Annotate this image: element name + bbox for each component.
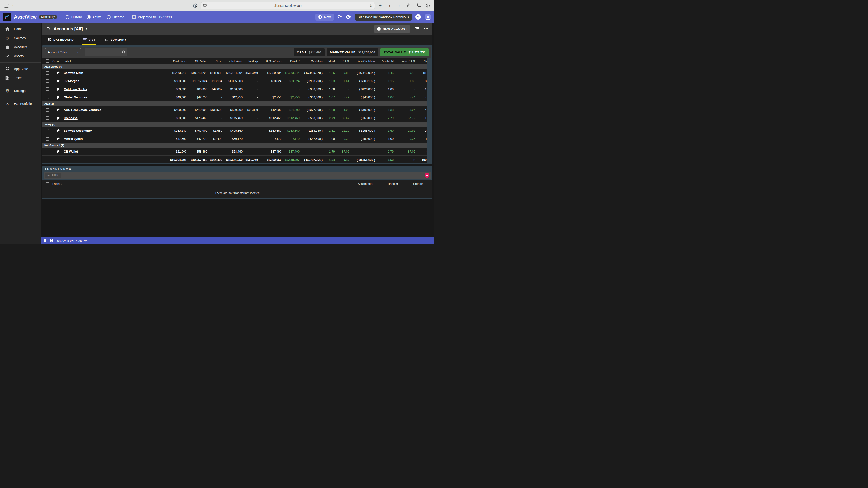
row-checkbox[interactable]	[46, 96, 49, 99]
add-transform-button[interactable]: +	[425, 173, 430, 178]
transforms-column-creator[interactable]: Creator	[398, 182, 423, 186]
column-header-label[interactable]: Label	[64, 60, 162, 63]
transforms-toolbar: ▶ RUN +	[43, 172, 431, 179]
account-name-link[interactable]: Merrill Lynch	[64, 137, 162, 140]
sidebar-item-exit-portfolio[interactable]: × Exit Portfolio	[0, 99, 41, 108]
column-header-cash[interactable]: Cash	[208, 60, 223, 63]
transforms-label-column[interactable]: Label	[53, 182, 60, 186]
account-row[interactable]: Global Ventures$40,000$42,750-$42,750-$2…	[42, 93, 428, 101]
account-name-link[interactable]: Schwab Secondary	[64, 129, 162, 132]
brand-name[interactable]: AssetView	[14, 14, 37, 20]
column-header-cost-basis[interactable]: Cost Basis	[162, 60, 187, 63]
reload-icon[interactable]: ↻	[369, 4, 372, 8]
account-row[interactable]: CB Wallet$21,000$58,490-$58,490-$37,490$…	[42, 148, 428, 156]
group-header-row[interactable]: Alex, Avery (4)	[42, 64, 428, 69]
avatar[interactable]	[425, 13, 431, 20]
column-header-acc-mom[interactable]: Acc MoM	[376, 60, 395, 63]
portfolio-selector[interactable]: SB : Baseline Sandbox Portfolio ▾	[355, 13, 412, 21]
sidebar-item-home[interactable]: Home	[0, 24, 41, 33]
sidebar-item-sources[interactable]: ⟳ Sources	[0, 33, 41, 42]
back-icon[interactable]: ‹	[386, 3, 393, 8]
mode-radio-history[interactable]: History	[66, 15, 82, 19]
column-header-inc-exp[interactable]: Inc/Exp	[243, 60, 259, 63]
row-checkbox[interactable]	[46, 116, 49, 120]
column-header-mom[interactable]: MoM	[323, 60, 336, 63]
new-tab-icon[interactable]: +	[377, 3, 383, 8]
row-checkbox[interactable]	[46, 88, 49, 91]
new-account-button[interactable]: + NEW ACCOUNT	[374, 25, 410, 33]
account-name-link[interactable]: Global Ventures	[64, 96, 162, 99]
sidebar-item-app-store[interactable]: App Store	[0, 64, 41, 73]
projected-checkbox[interactable]	[132, 15, 136, 19]
more-options-icon[interactable]: •••	[424, 27, 429, 31]
address-bar[interactable]: client.assetview.com ↻	[201, 2, 375, 9]
row-checkbox[interactable]	[46, 150, 49, 153]
market-value-chip: MARKET VALUE$12,257,058	[327, 48, 378, 57]
sidebar-item-assets[interactable]: Assets	[0, 52, 41, 61]
page-title-caret-icon[interactable]: ▾	[86, 27, 87, 30]
transforms-column-assignment[interactable]: Assignment	[342, 182, 373, 186]
row-checkbox[interactable]	[46, 108, 49, 111]
url-text[interactable]: client.assetview.com	[209, 4, 368, 7]
column-header--[interactable]: %	[416, 60, 428, 63]
account-name-link[interactable]: CB Wallet	[64, 150, 162, 153]
save-icon[interactable]	[50, 239, 54, 242]
help-icon[interactable]: ?	[415, 14, 421, 20]
account-row[interactable]: Schwab Secondary$253,340$407,000$1,660$4…	[42, 127, 428, 135]
tab-dashboard[interactable]: DASHBOARD	[47, 35, 74, 45]
tab-overview-icon[interactable]	[415, 3, 421, 8]
refresh-icon[interactable]: ⟳	[338, 14, 342, 20]
account-name-link[interactable]: Schwab Main	[64, 71, 162, 74]
info-icon[interactable]	[425, 3, 431, 8]
page-title[interactable]: Accounts [All]	[54, 26, 83, 31]
search-input[interactable]	[85, 48, 127, 57]
filter-icon[interactable]	[415, 27, 419, 31]
new-button[interactable]: + New	[315, 13, 334, 21]
tab-list[interactable]: LIST	[82, 35, 96, 45]
account-row[interactable]: JP Morgan$983,200$1,017,024$18,184$1,035…	[42, 77, 428, 85]
privacy-shield-icon[interactable]	[192, 3, 198, 8]
projected-date[interactable]: 12/31/30	[158, 15, 172, 19]
row-checkbox[interactable]	[46, 71, 49, 74]
column-header-profit-p[interactable]: Profit P	[282, 60, 301, 63]
column-header-tot-value[interactable]: ↓ Tot Value	[223, 60, 243, 63]
group-header-row[interactable]: Avery (2)	[42, 122, 428, 127]
sidebar-item-accounts[interactable]: Accounts	[0, 42, 41, 52]
mode-radio-active[interactable]: Active	[87, 15, 102, 19]
filter-dropdown[interactable]: Account Titling ▾	[45, 48, 81, 57]
column-header-group[interactable]: Group	[53, 60, 64, 63]
row-checkbox[interactable]	[46, 129, 49, 132]
share-icon[interactable]	[405, 3, 412, 8]
group-header-row[interactable]: Not Grouped (1)	[42, 143, 428, 148]
column-header-acc-cashflow[interactable]: Acc Cashflow	[350, 60, 376, 63]
eye-icon[interactable]	[345, 15, 351, 19]
sidebar-item-settings[interactable]: ⚙ Settings	[0, 86, 41, 95]
column-header-mkt-value[interactable]: Mkt Value	[187, 60, 208, 63]
run-button[interactable]: ▶ RUN	[45, 173, 61, 178]
account-name-link[interactable]: Coinbase	[64, 116, 162, 120]
sidebar-item-taxes[interactable]: Taxes	[0, 73, 41, 83]
column-header-acc-ret-[interactable]: Acc Ret %	[395, 60, 416, 63]
account-row[interactable]: Merrill Lynch$47,600$47,770$2,400$50,170…	[42, 135, 428, 143]
chevron-down-icon[interactable]: ˅	[12, 4, 13, 7]
account-name-link[interactable]: JP Morgan	[64, 79, 162, 83]
mode-radio-lifetime[interactable]: Lifetime	[107, 15, 124, 19]
account-row[interactable]: Coinbase$63,000$175,469-$175,469-$112,46…	[42, 114, 428, 122]
account-row[interactable]: ABC Real Estate Ventures$400,000$412,000…	[42, 106, 428, 114]
column-header-u-gain-loss[interactable]: U Gain/Loss	[259, 60, 282, 63]
sidebar-toggle-icon[interactable]	[3, 3, 9, 8]
row-checkbox[interactable]	[46, 137, 49, 140]
group-header-row[interactable]: Alex (2)	[42, 101, 428, 106]
account-row[interactable]: Goldman Sachs$83,333$83,333$42,667$126,0…	[42, 85, 428, 93]
projected-toggle[interactable]: Projected to 12/31/30	[132, 15, 172, 19]
select-all-checkbox[interactable]	[46, 182, 49, 186]
select-all-checkbox[interactable]	[46, 59, 49, 63]
tab-summary[interactable]: SUMMARY	[104, 35, 127, 45]
transforms-column-handler[interactable]: Handler	[373, 182, 398, 186]
column-header-cashflow[interactable]: Cashflow	[301, 60, 323, 63]
account-name-link[interactable]: ABC Real Estate Ventures	[64, 108, 162, 111]
account-name-link[interactable]: Goldman Sachs	[64, 88, 162, 91]
column-header-ret-[interactable]: Ret %	[336, 60, 350, 63]
account-row[interactable]: Schwab Main$8,473,518$10,013,222$111,082…	[42, 69, 428, 77]
row-checkbox[interactable]	[46, 79, 49, 83]
